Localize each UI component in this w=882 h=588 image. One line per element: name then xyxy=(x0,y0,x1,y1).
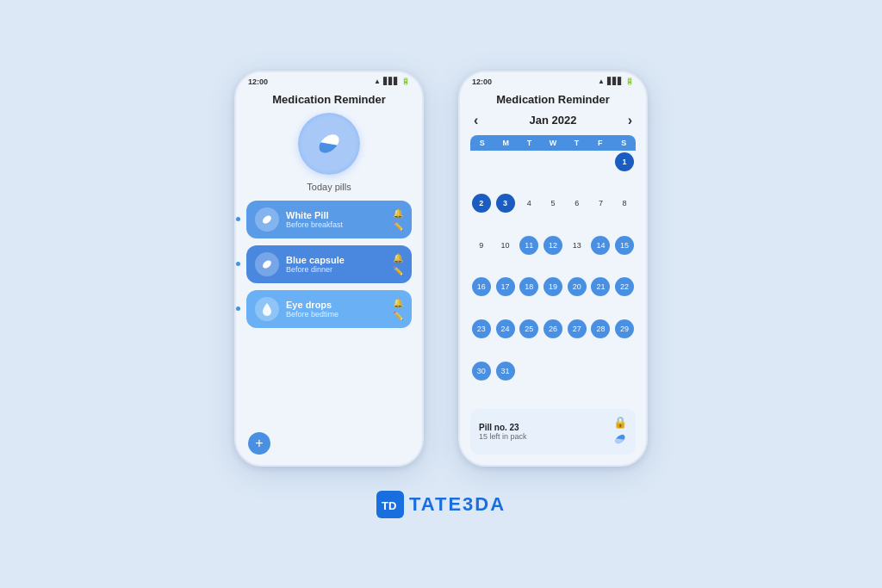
cal-header-w: W xyxy=(541,139,564,147)
cal-day-30[interactable]: 30 xyxy=(472,362,491,381)
battery-icon: 🔋 xyxy=(401,77,410,85)
logo-3: 3 xyxy=(463,493,475,515)
cal-day-6[interactable]: 6 xyxy=(568,194,587,213)
cal-day-24[interactable]: 24 xyxy=(496,319,515,338)
cal-header-s1: S xyxy=(470,139,494,147)
cal-day-empty xyxy=(543,152,562,171)
cal-day-3[interactable]: 3 xyxy=(496,194,515,213)
phone-1-content: Medication Reminder Today pills xyxy=(236,88,422,465)
logo-tate: TATE xyxy=(409,493,463,515)
calendar-header: S M T W T F S xyxy=(470,135,636,151)
signal-icon: ▋▋▋ xyxy=(383,77,399,85)
battery-icon-2: 🔋 xyxy=(625,77,634,85)
cal-header-m: M xyxy=(494,139,517,147)
pill-info-icons: 🔒 xyxy=(613,416,627,448)
bell-icon-2: 🔔 xyxy=(393,253,403,263)
signal-icon-2: ▋▋▋ xyxy=(607,77,623,85)
cal-day-12[interactable]: 12 xyxy=(543,236,562,255)
cal-day-15[interactable]: 15 xyxy=(615,236,634,255)
cal-day-26[interactable]: 26 xyxy=(543,319,562,338)
pill-icon xyxy=(313,127,345,160)
edit-icon-3: ✏️ xyxy=(393,311,403,320)
med-item-1[interactable]: White Pill Before breakfast 🔔 ✏️ xyxy=(246,201,412,238)
prev-month-button[interactable]: ‹ xyxy=(474,113,478,128)
today-pills-label: Today pills xyxy=(246,182,412,192)
pill-circle xyxy=(298,113,360,175)
cal-day-16[interactable]: 16 xyxy=(472,277,491,296)
plus-icon: + xyxy=(255,436,263,451)
cal-day-empty xyxy=(472,152,491,171)
svg-point-8 xyxy=(261,258,272,269)
cal-day-2[interactable]: 2 xyxy=(472,194,491,213)
phone-1: 12:00 ▲ ▋▋▋ 🔋 Medication Reminder xyxy=(234,71,424,467)
pill-info-box: Pill no. 23 15 left in pack 🔒 xyxy=(470,409,636,455)
med-text-1: White Pill Before breakfast xyxy=(286,210,386,229)
cal-day-20[interactable]: 20 xyxy=(568,277,587,296)
cal-day-7[interactable]: 7 xyxy=(591,194,610,213)
med-icon-1 xyxy=(255,207,279,232)
med-dot-1 xyxy=(236,217,240,221)
cal-day-18[interactable]: 18 xyxy=(519,277,538,296)
cal-day-31[interactable]: 31 xyxy=(496,362,515,381)
pill-icon-1 xyxy=(260,213,274,226)
cal-day-23[interactable]: 23 xyxy=(472,319,491,338)
logo-text: TATE3DA xyxy=(409,493,506,516)
pill-icon-wrap xyxy=(246,113,412,175)
med-dot-2 xyxy=(236,262,240,266)
cal-day-19[interactable]: 19 xyxy=(543,277,562,296)
logo-icon: TD xyxy=(376,491,404,518)
calendar-month: Jan 2022 xyxy=(530,114,577,127)
cal-day-10[interactable]: 10 xyxy=(496,236,515,255)
cal-day-8[interactable]: 8 xyxy=(615,194,634,213)
add-medication-button[interactable]: + xyxy=(248,432,270,455)
next-month-button[interactable]: › xyxy=(628,113,632,128)
cal-header-t2: T xyxy=(565,139,588,147)
cal-day-empty xyxy=(591,152,610,171)
status-bar-2: 12:00 ▲ ▋▋▋ 🔋 xyxy=(460,72,646,88)
cal-day-14[interactable]: 14 xyxy=(591,236,610,255)
cal-day-28[interactable]: 28 xyxy=(591,319,610,338)
svg-point-11 xyxy=(614,432,627,444)
logo-da: DA xyxy=(475,493,506,515)
svg-text:TD: TD xyxy=(382,499,396,512)
med-icon-3 xyxy=(255,297,279,321)
cal-day-13[interactable]: 13 xyxy=(568,236,587,255)
cal-day-11[interactable]: 11 xyxy=(519,236,538,255)
page-wrapper: 12:00 ▲ ▋▋▋ 🔋 Medication Reminder xyxy=(0,0,882,588)
med-actions-1: 🔔 ✏️ xyxy=(393,208,403,231)
calendar-wrap: ‹ Jan 2022 › S M T W T F S 12345678910 xyxy=(470,113,636,455)
phone-2-content: Medication Reminder ‹ Jan 2022 › S M T W… xyxy=(460,88,646,465)
wifi-icon: ▲ xyxy=(374,77,381,85)
med-text-2: Blue capsule Before dinner xyxy=(286,255,386,274)
med-text-3: Eye drops Before bedtime xyxy=(286,300,386,319)
capsule-icon-2 xyxy=(260,257,274,271)
cal-day-21[interactable]: 21 xyxy=(591,277,610,296)
edit-icon-2: ✏️ xyxy=(393,266,403,275)
lock-icon: 🔒 xyxy=(613,416,627,429)
bell-icon-3: 🔔 xyxy=(393,298,403,307)
status-time-1: 12:00 xyxy=(248,77,268,86)
cal-day-5[interactable]: 5 xyxy=(543,194,562,213)
pill-info-text: Pill no. 23 15 left in pack xyxy=(479,423,527,441)
cal-day-empty xyxy=(568,152,587,171)
cal-day-empty xyxy=(615,362,634,381)
status-time-2: 12:00 xyxy=(472,77,492,86)
med-actions-2: 🔔 ✏️ xyxy=(393,253,403,275)
med-item-2[interactable]: Blue capsule Before dinner 🔔 ✏️ xyxy=(246,245,412,283)
cal-day-25[interactable]: 25 xyxy=(519,319,538,338)
cal-day-27[interactable]: 27 xyxy=(568,319,587,338)
cal-day-29[interactable]: 29 xyxy=(615,319,634,338)
cal-day-17[interactable]: 17 xyxy=(496,277,515,296)
cal-day-9[interactable]: 9 xyxy=(472,236,491,255)
phone-1-title: Medication Reminder xyxy=(246,93,412,106)
med-item-3[interactable]: Eye drops Before bedtime 🔔 ✏️ xyxy=(246,290,412,328)
cal-day-4[interactable]: 4 xyxy=(519,194,538,213)
cal-day-empty xyxy=(496,152,515,171)
cal-day-empty xyxy=(543,362,562,381)
cal-day-22[interactable]: 22 xyxy=(615,277,634,296)
status-bar-1: 12:00 ▲ ▋▋▋ 🔋 xyxy=(236,72,422,88)
med-actions-3: 🔔 ✏️ xyxy=(393,298,403,320)
phone-2-title: Medication Reminder xyxy=(470,93,636,106)
cal-day-1[interactable]: 1 xyxy=(615,152,634,171)
med-dot-3 xyxy=(236,306,240,311)
